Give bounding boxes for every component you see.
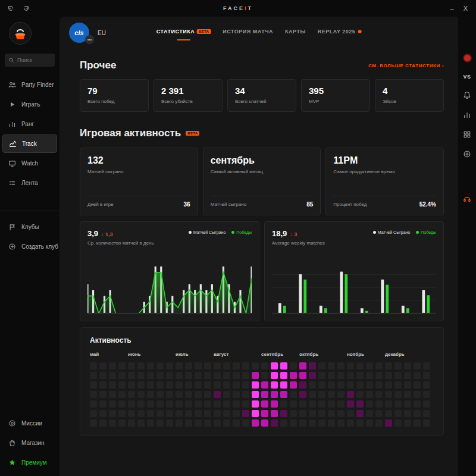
minimize-button[interactable]: –: [450, 5, 454, 12]
faceit-logo[interactable]: [8, 21, 32, 45]
heatmap-cell: [252, 410, 259, 417]
missions-icon: [8, 419, 16, 427]
heatmap-row: [90, 410, 434, 417]
heatmap-cell: [137, 410, 145, 417]
heatmap-cell: [118, 419, 126, 427]
heatmap-cell: [109, 419, 116, 427]
heatmap-cell: [147, 362, 154, 369]
heatmap-cell: [261, 372, 268, 379]
heatmap-cell: [109, 381, 116, 389]
bell-icon[interactable]: [463, 91, 471, 99]
activity-card: 132 Матчей сыграно Дней в игре 36: [80, 148, 198, 215]
heatmap-cell: [252, 362, 259, 369]
sidebar-item-create-club[interactable]: Создать клуб: [0, 237, 60, 256]
sidebar-item-party-finder[interactable]: Party Finder: [0, 75, 60, 95]
legend-dot-matches: [189, 231, 192, 234]
heatmap-cell: [375, 362, 383, 369]
heatmap-cell: [347, 381, 354, 389]
close-button[interactable]: X: [464, 5, 468, 12]
heatmap-cell: [185, 410, 192, 417]
heatmap-month-label: июнь: [128, 352, 141, 357]
heatmap-cell: [394, 372, 402, 379]
heatmap-cell: [337, 419, 345, 427]
stat-value: 395: [309, 86, 362, 96]
heatmap-cell: [385, 391, 392, 398]
refresh-icon[interactable]: [23, 5, 30, 12]
heatmap-row: [90, 419, 434, 427]
vs-badge[interactable]: VS: [463, 74, 471, 80]
activity-card-label: Матчей сыграно: [87, 169, 190, 174]
heatmap-cell: [233, 362, 240, 369]
activity-card: сентябрь Самый активный месяц Матчей сыг…: [203, 148, 321, 215]
heatmap-cell: [223, 362, 230, 369]
heatmap-cell: [90, 419, 97, 427]
sidebar-item-clubs[interactable]: Клубы: [0, 217, 60, 237]
search-box[interactable]: [5, 54, 55, 67]
add-widget-icon[interactable]: [463, 150, 471, 158]
heatmap-cell: [290, 362, 297, 369]
tab-3[interactable]: REPLAY 2025: [318, 29, 362, 40]
activity-card-footer-value: 85: [306, 201, 313, 208]
heatmap-cell: [328, 400, 335, 408]
sidebar-item-play[interactable]: Играть: [0, 95, 60, 114]
heatmap-cell: [309, 400, 316, 408]
tab-1[interactable]: ИСТОРИЯ МАТЧА: [223, 29, 273, 40]
heatmap-cell: [309, 362, 316, 369]
heatmap-row: [90, 372, 434, 379]
chart-headline-value: 3,9: [87, 229, 98, 238]
sidebar-item-rank[interactable]: Ранг: [0, 114, 60, 134]
stats-panel-icon[interactable]: [463, 111, 471, 119]
tab-0[interactable]: СТАТИСТИКА BETA: [156, 29, 211, 40]
heatmap-cell: [375, 419, 383, 427]
heatmap-cell: [309, 381, 316, 389]
heatmap-cell: [166, 419, 173, 427]
heatmap-cell: [118, 381, 126, 389]
charts-row: 3,9 ↓ 1,3 Ср. количество матчей в день М…: [80, 221, 444, 321]
back-icon[interactable]: [7, 5, 14, 12]
heatmap-cell: [233, 410, 240, 417]
sidebar-item-feed[interactable]: Лента: [0, 173, 60, 193]
heatmap-cell: [214, 400, 221, 408]
heatmap-cell: [223, 419, 230, 427]
heatmap-cell: [109, 391, 116, 398]
heatmap-cell: [156, 362, 164, 369]
heatmap-cell: [366, 419, 373, 427]
heatmap-cell: [166, 381, 173, 389]
more-options-button[interactable]: •••: [85, 35, 94, 44]
tab-label: СТАТИСТИКА: [156, 29, 195, 35]
sidebar-item-label: Клубы: [21, 224, 39, 230]
sidebar-item-watch[interactable]: Watch: [0, 154, 60, 173]
section-title-activity: Игровая активность BETA: [80, 127, 199, 139]
voice-headset-icon[interactable]: [463, 195, 471, 203]
sidebar-item-label: Создать клуб: [21, 243, 58, 250]
stat-value: 79: [87, 86, 141, 96]
heatmap-cell: [337, 381, 345, 389]
heatmap-cell: [394, 391, 402, 398]
search-input[interactable]: [17, 57, 53, 63]
heatmap-month-labels: майиюньиюльавгустсентябрьоктябрьноябрьде…: [90, 352, 434, 359]
tab-2[interactable]: КАРТЫ: [285, 29, 306, 40]
heatmap-cell: [109, 410, 116, 417]
tab-label: КАРТЫ: [285, 29, 306, 35]
sidebar-item-missions[interactable]: Миссии: [0, 414, 60, 433]
play-icon: [8, 101, 16, 108]
heatmap-cell: [337, 372, 345, 379]
heatmap-cell: [299, 362, 306, 369]
notification-beacon-icon[interactable]: [463, 54, 472, 62]
heatmap-cell: [347, 419, 354, 427]
heatmap-cell: [109, 400, 116, 408]
heatmap-cell: [204, 391, 211, 398]
heatmap-cell: [337, 410, 345, 417]
heatmap-cell: [261, 362, 268, 369]
sidebar-item-premium[interactable]: Премиум: [0, 453, 60, 472]
apps-grid-icon[interactable]: [463, 130, 471, 139]
more-stats-link[interactable]: СМ. БОЛЬШЕ СТАТИСТИКИ ›: [368, 63, 444, 68]
sidebar-item-track[interactable]: Track: [2, 134, 57, 153]
heatmap-cell: [394, 381, 402, 389]
sidebar-item-shop[interactable]: Магазин: [0, 433, 60, 453]
heatmap-row: [90, 362, 434, 369]
heatmap-cell: [214, 372, 221, 379]
heatmap-cell: [404, 391, 411, 398]
heatmap-cell: [156, 372, 164, 379]
heatmap-cell: [280, 362, 287, 369]
